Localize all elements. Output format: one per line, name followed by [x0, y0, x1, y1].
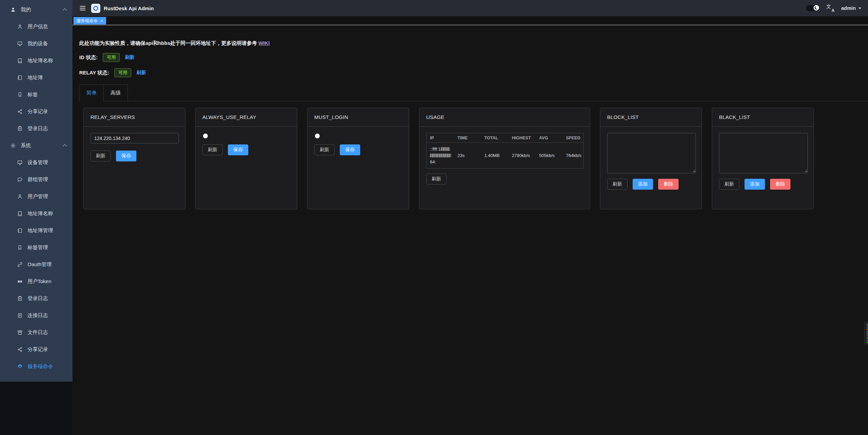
sidebar-item[interactable]: 设备管理 [0, 154, 72, 171]
relay-status-refresh-link[interactable]: 刷新 [136, 70, 146, 76]
gear-icon [10, 143, 16, 149]
card-title: BLACK_LIST [712, 108, 814, 127]
monitor-icon [17, 41, 23, 47]
chevron-up-icon [63, 8, 67, 13]
sidebar-item[interactable]: 地址簿名称 [0, 52, 72, 69]
mode-tabs: 简单 高级 [79, 84, 128, 101]
black-list-textarea[interactable] [719, 133, 808, 173]
ticket-icon [17, 279, 23, 284]
usage-refresh-button[interactable]: 刷新 [426, 174, 447, 185]
dark-mode-toggle[interactable] [805, 4, 820, 12]
chevron-up-icon [63, 144, 67, 149]
relay-status-label: RELAY 状态: [79, 70, 109, 76]
sidebar-item-label: 登录日志 [28, 125, 66, 132]
card-title: USAGE [419, 108, 590, 127]
sidebar-item[interactable]: 标签管理 [0, 239, 72, 256]
sidebar-item-label: 用户信息 [28, 23, 66, 30]
open-tabs-bar: 服务端命令 × [72, 16, 868, 25]
sidebar-item[interactable]: 用户Token [0, 273, 72, 290]
book-icon [17, 211, 23, 216]
sidebar-item[interactable]: 用户管理 [0, 188, 72, 205]
sidebar-item[interactable]: 地址簿名称 [0, 205, 72, 222]
sidebar-item[interactable]: 用户信息 [0, 18, 72, 35]
sidebar-item-label: 登录日志 [28, 295, 66, 302]
always-use-relay-save-button[interactable]: 保存 [228, 144, 248, 155]
sidebar-item[interactable]: 文件日志 [0, 324, 72, 341]
sidebar-item[interactable]: 分享记录 [0, 103, 72, 120]
tabs-divider [79, 101, 868, 101]
card-black-list: BLACK_LIST 刷新 添加 删除 [712, 108, 814, 209]
sidebar-item[interactable]: 群组管理 [0, 171, 72, 188]
edge-widget[interactable] [864, 322, 868, 344]
sidebar-item[interactable]: 我的设备 [0, 35, 72, 52]
block-list-delete-button[interactable]: 删除 [658, 179, 679, 190]
sidebar-item[interactable]: 登录日志 [0, 290, 72, 307]
clipboard-icon [17, 126, 23, 132]
sidebar-item-label: 标签管理 [28, 244, 66, 251]
user-name: admin [841, 5, 856, 11]
usage-time-cell: 23s [454, 143, 481, 168]
black-list-delete-button[interactable]: 删除 [770, 179, 790, 190]
card-block-list: BLOCK_LIST 刷新 添加 删除 [600, 108, 702, 209]
sidebar-item[interactable]: Oauth管理 [0, 256, 72, 273]
sidebar-item-label: 用户管理 [28, 193, 66, 200]
sidebar-item-label: 地址簿名称 [28, 210, 66, 217]
edge-widget-stripe [866, 338, 868, 339]
edge-widget-stripe [866, 326, 868, 326]
black-list-add-button[interactable]: 添加 [745, 179, 765, 190]
open-tab-label: 服务端命令 [77, 18, 98, 24]
sidebar-item[interactable]: 分享记录 [0, 341, 72, 358]
edge-widget-stripe [866, 333, 868, 334]
gear-filled-icon [17, 364, 23, 369]
user-dropdown[interactable]: admin [841, 5, 861, 11]
block-list-textarea[interactable] [607, 133, 696, 173]
relay-refresh-button[interactable]: 刷新 [90, 151, 111, 161]
toggle-knob [814, 5, 819, 11]
must-login-save-button[interactable]: 保存 [340, 144, 360, 155]
app-window: 我的用户信息我的设备地址簿名称地址簿标签分享记录登录日志系统设备管理群组管理用户… [0, 0, 868, 435]
block-list-add-button[interactable]: 添加 [633, 179, 653, 190]
bookmark-icon [17, 245, 23, 250]
card-always-use-relay: ALWAYS_USE_RELAY 刷新 保存 [195, 108, 297, 209]
sidebar-item[interactable]: 连接日志 [0, 307, 72, 324]
sidebar-item-label: 连接日志 [28, 312, 66, 319]
must-login-refresh-button[interactable]: 刷新 [314, 144, 335, 155]
person-filled-icon [10, 7, 16, 13]
sidebar-group[interactable]: 系统 [0, 137, 72, 154]
always-use-relay-refresh-button[interactable]: 刷新 [202, 144, 223, 155]
edge-widget-stripe [866, 324, 868, 325]
monitor-icon [17, 160, 23, 166]
app-header: RustDesk Api Admin 文A admin [72, 0, 868, 16]
close-tab-icon[interactable]: × [101, 19, 103, 23]
sidebar-item-label: 设备管理 [28, 159, 66, 166]
card-title: ALWAYS_USE_RELAY [196, 108, 297, 127]
open-tab-server-cmd[interactable]: 服务端命令 × [73, 17, 106, 24]
black-list-refresh-button[interactable]: 刷新 [719, 179, 739, 190]
notebook-icon [17, 228, 23, 233]
sidebar-item-label: Oauth管理 [28, 261, 66, 268]
tab-simple[interactable]: 简单 [79, 84, 104, 101]
language-icon[interactable]: 文A [826, 4, 835, 12]
edge-widget-stripe [866, 331, 868, 332]
relay-save-button[interactable]: 保存 [116, 151, 136, 161]
clipboard-icon [17, 296, 23, 301]
id-status-refresh-link[interactable]: 刷新 [125, 54, 134, 60]
user-icon [17, 194, 23, 199]
menu-fold-icon[interactable] [79, 5, 86, 12]
sidebar-item-label: 地址簿名称 [28, 57, 66, 64]
tab-advanced[interactable]: 高级 [104, 84, 128, 101]
sidebar-item[interactable]: 服务端命令 [0, 358, 72, 375]
sidebar-item[interactable]: 地址簿 [0, 69, 72, 86]
redacted-ip-segment [441, 147, 450, 151]
experimental-notice: 此处功能为实验性质，请确保api和hbbs处于同一回环地址下，更多说明请参考 W… [79, 40, 270, 47]
block-list-refresh-button[interactable]: 刷新 [607, 179, 628, 190]
sidebar-item[interactable]: 地址簿管理 [0, 222, 72, 239]
relay-servers-input[interactable] [90, 133, 179, 143]
sidebar-item[interactable]: 标签 [0, 86, 72, 103]
wiki-link[interactable]: WIKI [258, 40, 270, 46]
chat-icon [17, 177, 23, 182]
relay-status-row: RELAY 状态: 可用 刷新 [79, 68, 146, 77]
header-actions: 文A admin [805, 4, 861, 12]
sidebar-group[interactable]: 我的 [0, 1, 72, 18]
sidebar-item[interactable]: 登录日志 [0, 120, 72, 137]
